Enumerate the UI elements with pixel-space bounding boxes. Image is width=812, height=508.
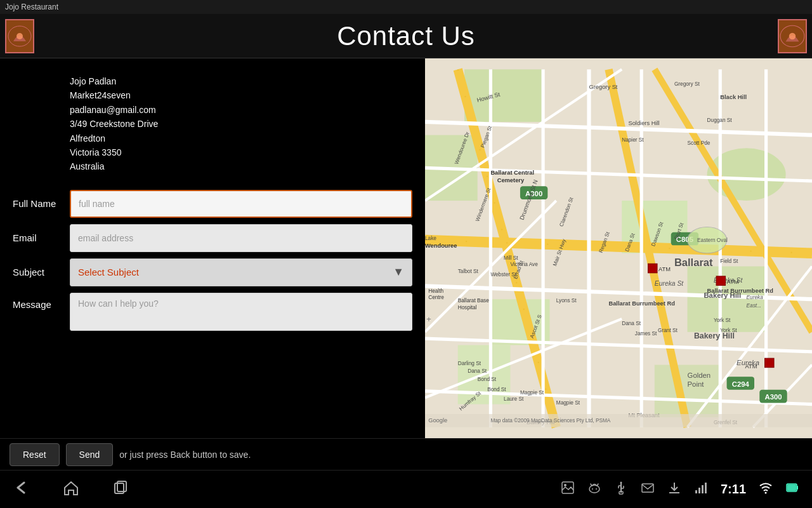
svg-point-3 <box>789 32 796 39</box>
app-bar: Contact Us <box>0 14 812 58</box>
subject-select[interactable]: Select Subject ▼ <box>70 258 412 286</box>
signal-icon <box>694 481 708 498</box>
svg-rect-76 <box>648 264 657 272</box>
nav-right-group: 7:11 <box>561 481 799 498</box>
svg-text:Dana St: Dana St <box>622 321 641 326</box>
message-label: Message <box>13 293 70 310</box>
svg-text:Napier St: Napier St <box>622 137 644 143</box>
contact-business: Market24seven <box>70 88 355 102</box>
message-input[interactable] <box>70 293 412 331</box>
email-label: Email <box>13 232 70 243</box>
full-name-input[interactable] <box>70 190 412 218</box>
svg-text:Grant St: Grant St <box>658 328 678 333</box>
svg-text:Ballarat Central: Ballarat Central <box>490 170 534 176</box>
svg-text:Gregory St: Gregory St <box>589 84 617 90</box>
contact-city: Alfredton <box>70 131 355 145</box>
subject-select-text: Select Subject <box>78 267 139 277</box>
svg-point-101 <box>596 488 597 490</box>
logo-left <box>5 19 34 53</box>
email-input[interactable] <box>70 224 412 252</box>
svg-text:Darling St: Darling St <box>458 361 481 366</box>
map-panel: A300 A300 C294 C805 Howitt St Gregory St… <box>425 58 812 438</box>
svg-text:Cemetery: Cemetery <box>497 177 525 184</box>
full-name-label: Full Name <box>13 198 70 209</box>
svg-point-100 <box>592 488 593 490</box>
svg-rect-114 <box>702 485 704 493</box>
contact-info: Jojo Padlan Market24seven padlanau@gmail… <box>13 68 412 180</box>
left-panel: Jojo Padlan Market24seven padlanau@gmail… <box>0 58 425 438</box>
contact-address1: 3/49 Creekstone Drive <box>70 117 355 131</box>
svg-point-116 <box>765 491 767 493</box>
svg-rect-118 <box>787 485 796 491</box>
app-name: Jojo Restaurant <box>5 3 58 11</box>
svg-rect-115 <box>705 483 707 493</box>
svg-text:+: + <box>426 314 431 324</box>
svg-text:Google: Google <box>428 418 447 424</box>
full-name-row: Full Name <box>13 187 412 221</box>
svg-text:Golden: Golden <box>688 371 711 379</box>
svg-text:Centre: Centre <box>428 295 444 300</box>
svg-text:Dana St: Dana St <box>468 368 487 374</box>
svg-text:Health: Health <box>428 288 443 294</box>
battery-icon <box>785 481 799 498</box>
chevron-down-icon: ▼ <box>393 265 404 279</box>
svg-text:C294: C294 <box>732 380 750 388</box>
svg-rect-80 <box>765 358 774 367</box>
logo-right <box>778 19 807 53</box>
svg-text:York St: York St <box>714 318 731 323</box>
svg-text:Laure St: Laure St <box>504 396 524 402</box>
svg-text:Ballarat Base: Ballarat Base <box>458 298 490 304</box>
svg-text:Bond St: Bond St <box>478 377 497 382</box>
home-button[interactable] <box>62 479 80 500</box>
title-bar: Jojo Restaurant <box>0 0 812 14</box>
time-display: 7:11 <box>721 482 746 497</box>
svg-rect-119 <box>797 486 798 490</box>
svg-text:ATM: ATM <box>745 363 757 370</box>
svg-text:Ballarat Burrumbeet Rd: Ballarat Burrumbeet Rd <box>608 300 675 307</box>
map-container: A300 A300 C294 C805 Howitt St Gregory St… <box>425 58 812 438</box>
back-button[interactable] <box>13 479 30 500</box>
svg-text:Mill St: Mill St <box>504 255 518 261</box>
svg-rect-109 <box>642 484 653 492</box>
contact-form: Full Name Email Subject Select Subject ▼… <box>13 187 412 331</box>
contact-name: Jojo Padlan <box>70 74 355 88</box>
svg-text:Gregory St: Gregory St <box>674 81 700 87</box>
svg-text:Bakery Hill: Bakery Hill <box>694 331 735 340</box>
svg-text:Magpie St: Magpie St <box>520 390 544 396</box>
contact-state: Victoria 3350 <box>70 145 355 159</box>
svg-text:Eastern Oval: Eastern Oval <box>697 237 728 243</box>
svg-text:Magpie St: Magpie St <box>556 400 580 406</box>
svg-text:ATM: ATM <box>658 266 671 272</box>
svg-rect-78 <box>716 276 725 285</box>
svg-text:Map data ©2009 MapData Science: Map data ©2009 MapData Sciences Pty Ltd,… <box>490 418 610 424</box>
svg-text:Field St: Field St <box>720 258 738 264</box>
svg-text:Soldiers Hill: Soldiers Hill <box>629 120 660 126</box>
recents-button[interactable] <box>112 479 129 500</box>
svg-text:Bond St: Bond St <box>487 387 506 392</box>
reset-button[interactable]: Reset <box>10 443 60 466</box>
button-hint: or just press Back button to save. <box>119 450 251 460</box>
contact-email: padlanau@gmail.com <box>70 103 355 117</box>
message-row: Message <box>13 290 412 331</box>
subject-label: Subject <box>13 267 70 277</box>
svg-text:Hospital: Hospital <box>458 305 477 311</box>
download-icon <box>667 481 681 498</box>
map-svg: A300 A300 C294 C805 Howitt St Gregory St… <box>425 58 812 438</box>
email-row: Email <box>13 221 412 255</box>
svg-rect-112 <box>695 490 697 493</box>
contact-country: Australia <box>70 159 355 173</box>
svg-rect-86 <box>425 414 812 427</box>
svg-text:Bakery Hill: Bakery Hill <box>704 291 741 299</box>
gmail-icon <box>641 481 655 498</box>
android-icon <box>587 481 601 498</box>
svg-text:Ballarat: Ballarat <box>674 257 713 269</box>
svg-text:Eureka: Eureka <box>747 295 764 300</box>
svg-text:Black Hill: Black Hill <box>720 94 747 100</box>
svg-text:Talbot St: Talbot St <box>458 269 479 274</box>
svg-text:ATM: ATM <box>727 279 739 285</box>
send-button[interactable]: Send <box>66 443 114 466</box>
svg-point-108 <box>620 482 622 484</box>
page-title: Contact Us <box>337 21 475 51</box>
gallery-icon <box>561 481 575 498</box>
svg-text:Duggan St: Duggan St <box>707 117 733 123</box>
